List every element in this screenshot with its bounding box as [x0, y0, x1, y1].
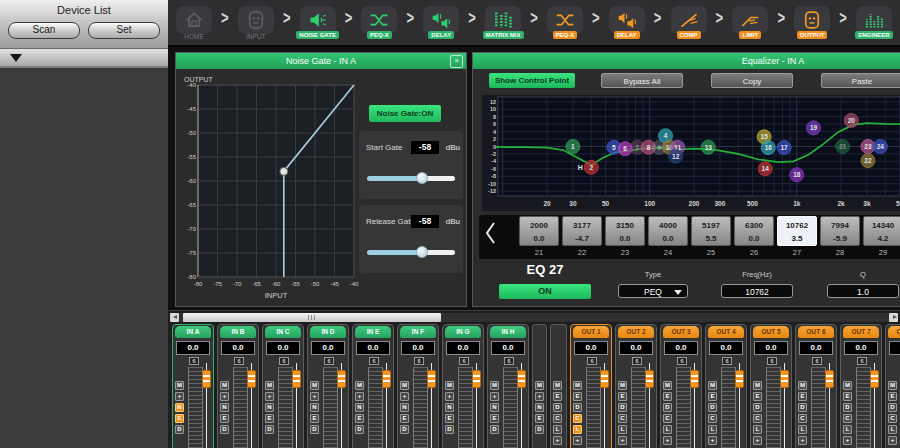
fader-handle[interactable]	[427, 370, 436, 388]
channel-button-c[interactable]: C	[663, 414, 672, 423]
group-button-l[interactable]: L	[553, 425, 562, 434]
channel-button-m[interactable]: M	[220, 381, 229, 390]
channel-value[interactable]: 0.0	[619, 341, 653, 355]
channel-button-m[interactable]: M	[573, 381, 582, 390]
slider-handle[interactable]	[416, 246, 428, 258]
eq-point-21[interactable]: 21	[836, 140, 850, 154]
channel-button-d[interactable]: D	[573, 403, 582, 412]
toolbar-item-noise-gate[interactable]: NOISE GATE	[296, 6, 340, 39]
channel-button-plus[interactable]: +	[355, 392, 364, 401]
device-list-area[interactable]	[0, 68, 168, 434]
channel-button-c[interactable]: C	[888, 414, 897, 423]
channel-button-l[interactable]: L	[663, 425, 672, 434]
channel-value[interactable]: 0.0	[176, 341, 210, 355]
channel-value[interactable]: 0.0	[311, 341, 345, 355]
channel-button-m[interactable]: M	[843, 381, 852, 390]
channel-button-plus[interactable]: +	[753, 436, 762, 445]
channel-tab[interactable]: OUT 5	[753, 326, 789, 338]
toolbar-item-home[interactable]: HOME	[172, 6, 216, 40]
channel-button-d[interactable]: D	[798, 403, 807, 412]
group-button-c[interactable]: C	[553, 414, 562, 423]
channel-button-n[interactable]: N	[265, 403, 274, 412]
channel-button-n[interactable]: N	[355, 403, 364, 412]
band-cell-23[interactable]: 31500.0	[605, 216, 645, 246]
channel-button-d[interactable]: D	[445, 425, 454, 434]
fader-handle[interactable]	[247, 370, 256, 388]
toolbar-item-output[interactable]: OUTPUT	[790, 6, 834, 39]
start-gate-value[interactable]: -58	[411, 141, 439, 154]
band-cell-28[interactable]: 7994-5.9	[820, 216, 860, 246]
channel-button-c[interactable]: C	[573, 414, 582, 423]
channel-button-m[interactable]: M	[265, 381, 274, 390]
channel-button-c[interactable]: C	[618, 414, 627, 423]
group-button-n[interactable]: N	[535, 403, 544, 412]
paste-button[interactable]: Paste	[821, 73, 900, 88]
scroll-left-icon[interactable]	[170, 313, 179, 322]
eq-point-17[interactable]: 17	[777, 141, 791, 155]
channel-value[interactable]: 0.0	[446, 341, 480, 355]
channel-button-m[interactable]: M	[355, 381, 364, 390]
group-button-m[interactable]: M	[553, 381, 562, 390]
channel-button-plus[interactable]: +	[573, 436, 582, 445]
channel-button-m[interactable]: M	[175, 381, 184, 390]
fader-handle[interactable]	[780, 370, 789, 388]
channel-button-l[interactable]: L	[843, 425, 852, 434]
channel-button-e[interactable]: E	[573, 392, 582, 401]
eq-point-13[interactable]: 13	[701, 140, 715, 154]
channel-button-plus[interactable]: +	[220, 392, 229, 401]
channel-button-m[interactable]: M	[310, 381, 319, 390]
channel-button-l[interactable]: L	[618, 425, 627, 434]
fader-handle[interactable]	[825, 370, 834, 388]
channel-button-n[interactable]: N	[220, 403, 229, 412]
channel-button-e[interactable]: E	[663, 392, 672, 401]
channel-value[interactable]: 0.0	[266, 341, 300, 355]
channel-button-plus[interactable]: +	[175, 392, 184, 401]
channel-button-e[interactable]: E	[400, 414, 409, 423]
band-cell-21[interactable]: 20000.0	[519, 216, 559, 246]
group-button-plus[interactable]: +	[535, 392, 544, 401]
slider-handle[interactable]	[416, 172, 428, 184]
channel-button-l[interactable]: L	[753, 425, 762, 434]
freq-field[interactable]: 10762	[721, 284, 793, 298]
fader-handle[interactable]	[517, 370, 526, 388]
close-icon[interactable]: ×	[450, 55, 463, 68]
group-button-e[interactable]: E	[553, 392, 562, 401]
channel-button-n[interactable]: N	[400, 403, 409, 412]
band-cell-22[interactable]: 3177-4.7	[562, 216, 602, 246]
band-cell-29[interactable]: 143404.2	[863, 216, 900, 246]
channel-button-plus[interactable]: +	[798, 436, 807, 445]
eq-point-1[interactable]: 1	[566, 140, 580, 154]
group-button-e[interactable]: E	[535, 414, 544, 423]
channel-button-e[interactable]: E	[175, 414, 184, 423]
channel-button-l[interactable]: L	[888, 425, 897, 434]
channel-button-plus[interactable]: +	[490, 392, 499, 401]
channel-button-d[interactable]: D	[753, 403, 762, 412]
channel-button-d[interactable]: D	[663, 403, 672, 412]
channel-value[interactable]: 0.0	[754, 341, 788, 355]
toolbar-item-peq-x[interactable]: PEQ-X	[543, 6, 587, 39]
toolbar-item-delay[interactable]: DELAY	[605, 6, 649, 39]
toolbar-item-limit[interactable]: LIMIT	[728, 6, 772, 39]
toolbar-item-input[interactable]: INPUT	[234, 6, 278, 40]
scan-button[interactable]: Scan	[8, 22, 80, 39]
fader-handle[interactable]	[690, 370, 699, 388]
q-field[interactable]: 1.0	[827, 284, 899, 298]
channel-button-m[interactable]: M	[753, 381, 762, 390]
channel-button-n[interactable]: N	[490, 403, 499, 412]
channel-tab[interactable]: OUT 4	[708, 326, 744, 338]
channel-value[interactable]: 0.0	[889, 341, 900, 355]
group-button-m[interactable]: M	[535, 381, 544, 390]
band-on-button[interactable]: ON	[499, 284, 591, 299]
channel-tab[interactable]: IN B	[220, 326, 256, 338]
channel-value[interactable]: 0.0	[401, 341, 435, 355]
start-gate-slider[interactable]	[367, 176, 455, 181]
channel-tab[interactable]: IN H	[490, 326, 526, 338]
fader-handle[interactable]	[337, 370, 346, 388]
fader-handle[interactable]	[735, 370, 744, 388]
eq-point-22[interactable]: 22	[861, 154, 875, 168]
channel-tab[interactable]: OUT 6	[798, 326, 834, 338]
channel-button-d[interactable]: D	[888, 403, 897, 412]
channel-button-e[interactable]: E	[265, 414, 274, 423]
channel-tab[interactable]: OUT 7	[843, 326, 879, 338]
fader-handle[interactable]	[870, 370, 879, 388]
